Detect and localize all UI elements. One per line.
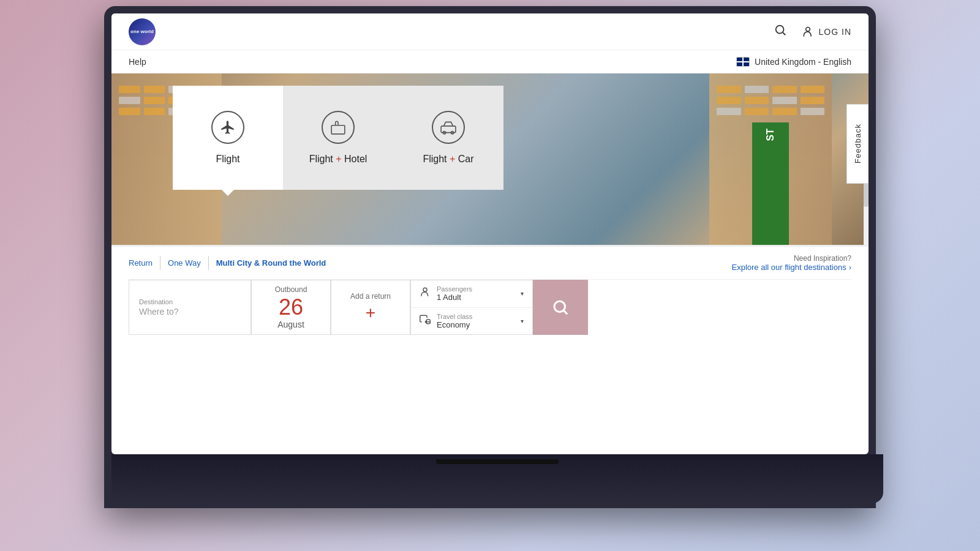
class-selector[interactable]: Travel class Economy ▾	[411, 308, 532, 335]
tab-flight-label: Flight	[216, 154, 239, 165]
svg-rect-3	[331, 126, 345, 134]
outbound-date-field[interactable]: Outbound 26 August	[251, 280, 331, 335]
outbound-day: 26	[279, 296, 303, 318]
return-link[interactable]: Return	[129, 256, 160, 270]
feedback-button[interactable]: Feedback	[846, 104, 869, 184]
svg-point-8	[554, 301, 565, 312]
tab-flight[interactable]: Flight	[173, 86, 283, 190]
logo-area: one world	[129, 18, 156, 45]
svg-line-1	[783, 32, 785, 35]
passengers-selector[interactable]: Passengers 1 Adult ▾	[411, 280, 532, 308]
tab-flight-car-label: Flight + Car	[423, 154, 473, 165]
laptop-hinge	[436, 459, 559, 464]
svg-point-7	[423, 288, 427, 292]
login-label: LOG IN	[819, 27, 851, 37]
trip-type-nav: Return One Way Multi City & Round the Wo…	[129, 247, 851, 280]
locale-label: United Kingdom - English	[755, 57, 851, 67]
explore-link[interactable]: Explore all our flight destinations ›	[731, 263, 851, 272]
secondary-nav: Help United Kingdom - English	[111, 50, 869, 73]
explore-link-text: Explore all our flight destinations	[731, 263, 846, 272]
flight-hotel-tab-icon	[322, 111, 355, 144]
street-sign-text: ST	[765, 129, 776, 141]
search-fields-row: Destination Where to? Outbound 26 August…	[129, 280, 851, 335]
destination-label: Destination	[139, 298, 241, 305]
outbound-month: August	[277, 320, 304, 329]
oneworld-logo[interactable]: one world	[129, 18, 156, 45]
passengers-class-area: Passengers 1 Adult ▾	[410, 280, 533, 335]
inspiration-label: Need Inspiration?	[731, 254, 851, 263]
tab-flight-car[interactable]: Flight + Car	[393, 86, 503, 190]
multi-city-link[interactable]: Multi City & Round the World	[216, 256, 334, 270]
svg-point-2	[805, 27, 810, 31]
class-info: Travel class Economy	[437, 313, 514, 329]
flight-tab-icon	[211, 111, 244, 144]
outbound-label: Outbound	[275, 285, 307, 294]
destination-value: Where to?	[139, 307, 241, 317]
add-return-plus-icon: +	[366, 303, 375, 323]
svg-point-0	[775, 25, 783, 33]
passengers-value: 1 Adult	[437, 293, 514, 302]
passengers-info: Passengers 1 Adult	[437, 285, 514, 302]
destination-field[interactable]: Destination Where to?	[129, 280, 251, 335]
passenger-icon	[420, 287, 431, 301]
travel-class-value: Economy	[437, 320, 514, 329]
one-way-link[interactable]: One Way	[168, 256, 209, 270]
trip-type-links: Return One Way Multi City & Round the Wo…	[129, 256, 341, 270]
locale-selector[interactable]: United Kingdom - English	[736, 57, 851, 67]
search-type-tabs: Flight Flight + Hotel	[173, 86, 503, 190]
feedback-label: Feedback	[853, 124, 862, 163]
inspiration-area: Need Inspiration? Explore all our flight…	[731, 254, 851, 272]
search-icon[interactable]	[774, 23, 787, 40]
hero-section: ST Flight	[111, 73, 869, 245]
svg-line-9	[564, 311, 567, 314]
top-bar: one world LOG IN	[111, 13, 869, 50]
explore-arrow: ›	[849, 263, 851, 272]
travel-class-label: Travel class	[437, 313, 514, 320]
add-return-label: Add a return	[350, 292, 391, 301]
search-button[interactable]	[533, 280, 588, 335]
passengers-dropdown-icon: ▾	[521, 290, 524, 297]
tab-flight-hotel-label: Flight + Hotel	[309, 154, 368, 165]
class-dropdown-icon: ▾	[521, 318, 524, 324]
laptop-bottom	[111, 454, 883, 503]
tab-flight-hotel[interactable]: Flight + Hotel	[283, 86, 393, 190]
passengers-label: Passengers	[437, 285, 514, 293]
street-sign: ST	[752, 122, 789, 245]
help-link[interactable]: Help	[129, 57, 146, 67]
search-panel: Return One Way Multi City & Round the Wo…	[111, 245, 869, 335]
flight-car-tab-icon	[432, 111, 465, 144]
login-button[interactable]: LOG IN	[802, 26, 851, 38]
laptop-screen: one world LOG IN	[111, 13, 869, 454]
uk-flag-icon	[736, 57, 750, 67]
add-return-field[interactable]: Add a return +	[331, 280, 410, 335]
top-right-nav: LOG IN	[774, 23, 851, 40]
class-icon	[420, 314, 431, 328]
